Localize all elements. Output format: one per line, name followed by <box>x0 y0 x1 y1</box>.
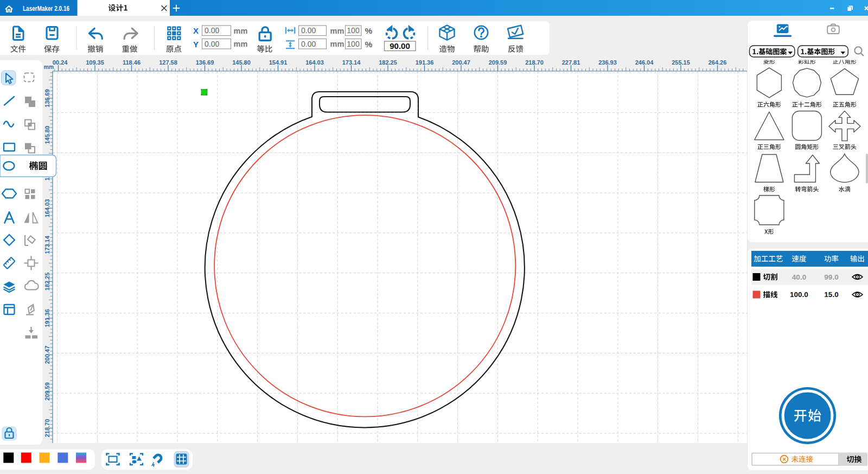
svg-text:182.25: 182.25 <box>379 59 397 66</box>
svg-text:145.80: 145.80 <box>44 126 50 144</box>
svg-text:100: 100 <box>347 40 360 48</box>
svg-text:0.00: 0.00 <box>301 40 316 48</box>
svg-text:100: 100 <box>347 26 360 35</box>
svg-text:40.0: 40.0 <box>792 273 806 281</box>
svg-text:154.91: 154.91 <box>269 59 288 66</box>
svg-text:mm: mm <box>234 40 248 48</box>
svg-text:136.69: 136.69 <box>196 59 214 66</box>
svg-text:99.0: 99.0 <box>824 273 838 281</box>
svg-text:200.47: 200.47 <box>452 59 470 66</box>
svg-text:X: X <box>193 26 199 35</box>
svg-text:173.14: 173.14 <box>342 59 361 66</box>
svg-text:145.80: 145.80 <box>232 59 251 66</box>
svg-text:136.69: 136.69 <box>44 89 50 108</box>
svg-text:%: % <box>365 40 373 49</box>
svg-text:109.35: 109.35 <box>86 59 104 66</box>
svg-text:182.25: 182.25 <box>44 273 50 291</box>
svg-text:164.03: 164.03 <box>305 59 324 66</box>
svg-text:100.0: 100.0 <box>790 290 808 299</box>
svg-text:0.00: 0.00 <box>205 40 219 48</box>
svg-text:191.36: 191.36 <box>44 309 50 327</box>
svg-text:Y: Y <box>193 40 199 49</box>
svg-text:127.58: 127.58 <box>159 59 177 66</box>
svg-text:246.04: 246.04 <box>635 59 654 66</box>
svg-text:118.46: 118.46 <box>123 59 141 66</box>
svg-text:200.47: 200.47 <box>44 346 50 364</box>
svg-text:15.0: 15.0 <box>824 290 838 299</box>
svg-text:%: % <box>365 26 373 35</box>
svg-text:0.00: 0.00 <box>205 26 219 35</box>
svg-text:218.70: 218.70 <box>525 59 544 66</box>
svg-text:mm: mm <box>330 40 344 48</box>
svg-text:209.59: 209.59 <box>44 382 50 401</box>
svg-text:0.00: 0.00 <box>301 26 316 35</box>
svg-text:mm: mm <box>330 27 344 35</box>
svg-text:90.00: 90.00 <box>390 41 410 50</box>
svg-text:264.26: 264.26 <box>709 59 727 66</box>
svg-text:LaserMaker 2.0.16: LaserMaker 2.0.16 <box>23 4 69 12</box>
svg-text:173.14: 173.14 <box>44 235 50 254</box>
svg-text:218.70: 218.70 <box>44 419 50 438</box>
svg-text:mm: mm <box>234 27 248 35</box>
svg-text:209.59: 209.59 <box>489 59 507 66</box>
svg-text:00.24: 00.24 <box>53 59 68 66</box>
svg-text:227.81: 227.81 <box>562 59 580 66</box>
svg-text:255.15: 255.15 <box>672 59 690 66</box>
svg-text:191.36: 191.36 <box>416 59 434 66</box>
svg-text:236.93: 236.93 <box>598 59 617 66</box>
svg-text:164.03: 164.03 <box>44 199 50 218</box>
